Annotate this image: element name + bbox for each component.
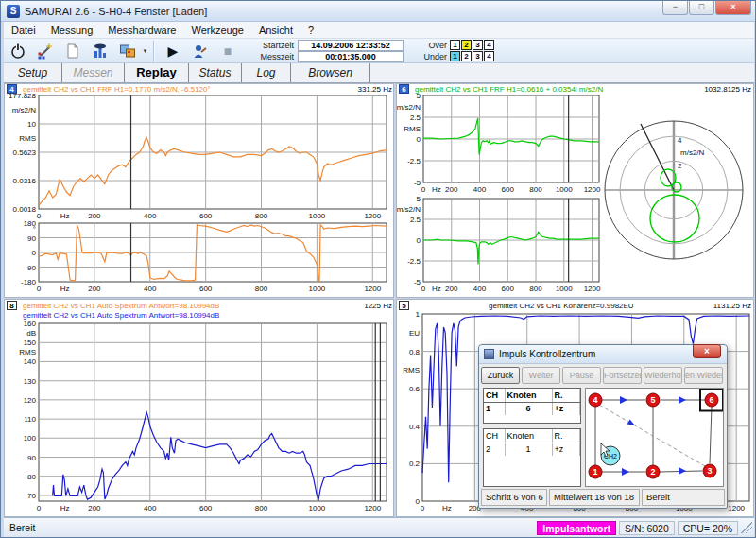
table1-header-knoten: Knoten bbox=[505, 389, 552, 402]
measurement-setup-button[interactable] bbox=[87, 40, 113, 61]
frf-magnitude-chart[interactable]: 177.828m/s2/N10RMS0.56230.03160.00180Hz2… bbox=[5, 94, 392, 220]
node-2-label: 2 bbox=[650, 467, 655, 477]
startzeit-value[interactable]: 14.09.2006 12:33:52 bbox=[298, 40, 404, 51]
table2-header-knoten: Knoten bbox=[505, 429, 552, 443]
pause-button[interactable]: Pause bbox=[562, 367, 601, 384]
under-box-2[interactable]: 2 bbox=[461, 51, 472, 61]
status-text: Bereit bbox=[4, 522, 537, 533]
svg-text:0.8: 0.8 bbox=[409, 348, 421, 356]
stop-measurement-button[interactable]: ■ bbox=[215, 40, 241, 61]
menu-hilfe[interactable]: ? bbox=[301, 25, 321, 36]
menu-datei[interactable]: Datei bbox=[4, 25, 43, 36]
maximize-button[interactable]: □ bbox=[689, 1, 714, 15]
panel-autospektrum-header2: gemittelt CH2 vs CH1 Auto Spektrum Antwo… bbox=[23, 310, 382, 320]
panel-kohaerenz-title: gemittelt CH2 vs CH1 Kohärenz=0.9982EU bbox=[415, 302, 708, 310]
over-box-2[interactable]: 2 bbox=[461, 40, 472, 50]
svg-text:1000: 1000 bbox=[309, 504, 326, 512]
svg-text:1: 1 bbox=[416, 312, 421, 319]
frf-imag-chart[interactable]: 5m/s2/N2.50-2.5-50Hz20040060080010001200 bbox=[397, 197, 602, 296]
panel-kohaerenz-header: 5 gemittelt CH2 vs CH1 Kohärenz=0.9982EU… bbox=[399, 301, 751, 310]
screens-icon bbox=[119, 43, 136, 60]
svg-text:600: 600 bbox=[199, 504, 213, 512]
svg-text:800: 800 bbox=[529, 185, 542, 194]
node-3-label: 3 bbox=[707, 466, 712, 476]
wiederholen-button[interactable]: Wiederholen bbox=[644, 367, 682, 384]
panel-frf-complex-badge[interactable]: 6 bbox=[399, 84, 409, 94]
minimize-button[interactable]: − bbox=[662, 1, 688, 15]
menu-ansicht[interactable]: Ansicht bbox=[251, 25, 301, 36]
dialog-title: Impuls Kontrollzentrum bbox=[499, 349, 722, 359]
svg-text:10: 10 bbox=[27, 120, 36, 129]
svg-text:1000: 1000 bbox=[556, 185, 573, 194]
channel-table-1: CH Knoten R. 1 6 +z bbox=[483, 388, 581, 424]
svg-text:1200: 1200 bbox=[364, 504, 381, 512]
menu-werkzeuge[interactable]: Werkzeuge bbox=[183, 25, 250, 36]
new-document-button[interactable] bbox=[60, 40, 86, 61]
svg-text:-2.5: -2.5 bbox=[407, 157, 421, 165]
over-box-3[interactable]: 3 bbox=[472, 40, 483, 50]
dialog-title-bar[interactable]: Impuls Kontrollzentrum bbox=[479, 345, 727, 364]
tab-browsen[interactable]: Browsen bbox=[291, 63, 370, 82]
tab-log[interactable]: Log bbox=[242, 63, 291, 82]
svg-text:RMS: RMS bbox=[19, 134, 36, 143]
svg-text:90: 90 bbox=[27, 234, 36, 243]
serial-number: S/N: 6020 bbox=[619, 521, 675, 535]
display-layout-button[interactable] bbox=[114, 40, 141, 61]
app-logo-icon: S bbox=[7, 5, 20, 18]
tab-replay[interactable]: Replay bbox=[125, 63, 189, 82]
tab-status[interactable]: Status bbox=[189, 63, 242, 82]
svg-text:1200: 1200 bbox=[584, 285, 601, 293]
messzeit-label: Messzeit bbox=[254, 52, 294, 61]
table2-knoten: 1 bbox=[505, 443, 552, 456]
svg-text:400: 400 bbox=[144, 212, 157, 220]
svg-text:Hz: Hz bbox=[60, 212, 70, 220]
weiter-button[interactable]: Weiter bbox=[522, 367, 560, 384]
mode-badge: Impulsantwort bbox=[537, 521, 616, 535]
nyquist-polar-chart[interactable]: 4m/s2/N2 bbox=[603, 101, 752, 290]
window-title: SAMURAI 2.6 - S-H0-4 Fenster [Laden] bbox=[25, 6, 662, 17]
wiederh-button[interactable]: en Wiederh bbox=[684, 367, 723, 384]
tab-setup[interactable]: Setup bbox=[4, 63, 62, 82]
person-icon bbox=[192, 43, 209, 60]
over-box-4[interactable]: 4 bbox=[484, 40, 494, 50]
frf-real-chart[interactable]: 5m/s2/N2.5RMS0-2.5-50Hz20040060080010001… bbox=[397, 94, 602, 196]
under-box-4[interactable]: 4 bbox=[484, 51, 494, 61]
close-button[interactable]: × bbox=[715, 1, 751, 15]
schritt-status: Schritt 6 von 6 bbox=[481, 489, 547, 506]
autospektrum-chart[interactable]: 160dB150RMS1401301201101009080700Hz20040… bbox=[5, 321, 392, 514]
svg-text:0.0018: 0.0018 bbox=[13, 205, 37, 214]
setup-wizard-button[interactable] bbox=[32, 40, 59, 61]
operator-button[interactable] bbox=[187, 40, 214, 61]
svg-text:130: 130 bbox=[24, 377, 37, 386]
svg-text:Hz: Hz bbox=[60, 285, 70, 293]
over-box-1[interactable]: 1 bbox=[450, 40, 460, 50]
under-box-1[interactable]: 1 bbox=[450, 51, 460, 61]
resize-grip[interactable] bbox=[741, 522, 752, 533]
panel-autospektrum-badge[interactable]: 8 bbox=[7, 301, 17, 310]
start-measurement-button[interactable]: ▶ bbox=[160, 40, 186, 61]
svg-text:-90: -90 bbox=[25, 264, 36, 272]
under-box-3[interactable]: 3 bbox=[472, 51, 483, 61]
svg-text:200: 200 bbox=[88, 504, 101, 512]
menu-messhardware[interactable]: Messhardware bbox=[100, 25, 183, 36]
svg-text:Hz: Hz bbox=[432, 285, 441, 293]
messzeit-value[interactable]: 00:01:35.000 bbox=[298, 51, 404, 62]
fortsetzen-button[interactable]: Fortsetzen bbox=[603, 367, 642, 384]
svg-text:400: 400 bbox=[473, 285, 487, 293]
panel-kohaerenz-badge[interactable]: 5 bbox=[399, 301, 409, 310]
svg-text:200: 200 bbox=[88, 212, 101, 220]
dialog-close-button[interactable]: × bbox=[693, 344, 721, 358]
zurueck-button[interactable]: Zurück bbox=[481, 367, 520, 384]
mittelwert-status: Mittelwert 18 von 18 bbox=[549, 489, 640, 506]
menu-messung[interactable]: Messung bbox=[43, 25, 101, 36]
panel-autospektrum-title-orange: gemittelt CH2 vs CH1 Auto Spektrum Antwo… bbox=[23, 302, 358, 310]
svg-text:-180: -180 bbox=[21, 278, 37, 286]
toolbar-separator bbox=[153, 41, 155, 61]
tab-messen[interactable]: Messen bbox=[62, 63, 125, 82]
frf-phase-chart[interactable]: 180°900-90-1800Hz20040060080010001200 bbox=[5, 221, 392, 294]
display-layout-dropdown[interactable]: ▼ bbox=[141, 48, 149, 54]
channel-table-2: CH Knoten R. 2 1 +z bbox=[483, 428, 581, 487]
panel-frf-badge[interactable]: 4 bbox=[7, 84, 17, 94]
arrow-icon bbox=[620, 396, 627, 404]
power-button[interactable] bbox=[5, 40, 31, 61]
